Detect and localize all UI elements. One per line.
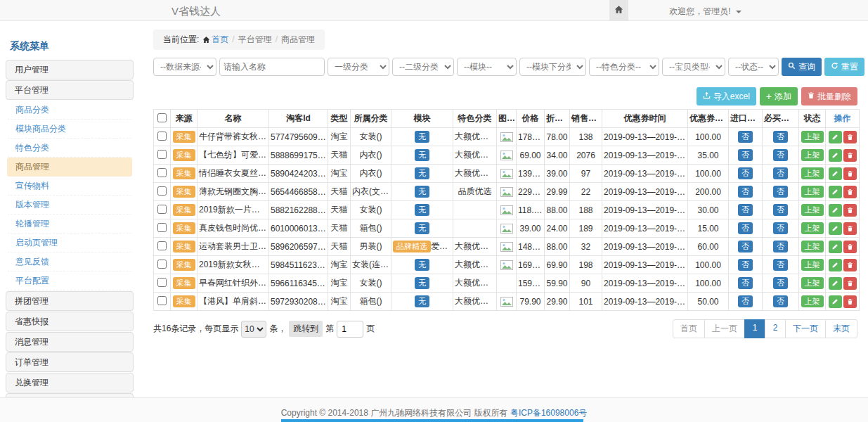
delete-button[interactable] bbox=[843, 241, 857, 253]
filter-select[interactable]: 一级分类 bbox=[328, 58, 389, 76]
sidebar-item[interactable]: 版本管理 bbox=[7, 196, 132, 215]
must-buy-badge[interactable]: 否 bbox=[773, 241, 788, 252]
filter-select[interactable]: --数据来源-- bbox=[153, 58, 216, 76]
status-badge[interactable]: 上架 bbox=[801, 186, 824, 198]
row-checkbox[interactable] bbox=[157, 205, 167, 214]
must-buy-badge[interactable]: 否 bbox=[773, 167, 788, 179]
pager-button[interactable]: 1 bbox=[744, 319, 765, 338]
add-button[interactable]: + 添加 bbox=[760, 87, 798, 106]
pager-button[interactable]: 上一页 bbox=[704, 319, 745, 338]
edit-button[interactable] bbox=[829, 259, 842, 271]
row-checkbox[interactable] bbox=[157, 186, 167, 196]
row-checkbox[interactable] bbox=[157, 260, 167, 269]
import-select-badge[interactable]: 否 bbox=[738, 167, 753, 179]
delete-button[interactable] bbox=[843, 259, 857, 271]
must-buy-badge[interactable]: 否 bbox=[773, 222, 788, 234]
delete-button[interactable] bbox=[843, 204, 857, 217]
edit-button[interactable] bbox=[829, 222, 842, 235]
status-badge[interactable]: 上架 bbox=[801, 241, 824, 252]
sidebar-item[interactable]: 启动页管理 bbox=[7, 234, 132, 252]
status-badge[interactable]: 上架 bbox=[801, 277, 824, 289]
must-buy-badge[interactable]: 否 bbox=[773, 295, 788, 307]
sidebar-group-header[interactable]: 用户管理 bbox=[6, 60, 134, 79]
import-select-badge[interactable]: 否 bbox=[738, 222, 753, 234]
import-select-badge[interactable]: 否 bbox=[738, 131, 753, 143]
row-checkbox[interactable] bbox=[157, 241, 167, 250]
delete-button[interactable] bbox=[843, 149, 857, 162]
home-button[interactable] bbox=[609, 0, 628, 21]
sidebar-item[interactable]: 商品分类 bbox=[7, 101, 132, 120]
status-badge[interactable]: 上架 bbox=[801, 167, 824, 179]
import-excel-button[interactable]: 导入excel bbox=[697, 87, 756, 106]
import-select-badge[interactable]: 否 bbox=[738, 277, 753, 289]
must-buy-badge[interactable]: 否 bbox=[773, 186, 788, 198]
status-badge[interactable]: 上架 bbox=[801, 149, 824, 161]
sidebar-item[interactable]: 意见反馈 bbox=[7, 252, 132, 271]
row-checkbox[interactable] bbox=[157, 168, 167, 177]
filter-select[interactable]: --状态-- bbox=[728, 58, 779, 76]
edit-button[interactable] bbox=[829, 241, 842, 253]
pager-button[interactable]: 末页 bbox=[825, 319, 857, 338]
row-checkbox[interactable] bbox=[157, 296, 167, 305]
status-badge[interactable]: 上架 bbox=[801, 259, 824, 271]
import-select-badge[interactable]: 否 bbox=[738, 241, 753, 252]
filter-select[interactable]: --宝贝类型-- bbox=[662, 58, 725, 76]
sidebar-group-header[interactable]: 拼团管理 bbox=[6, 291, 134, 311]
status-badge[interactable]: 上架 bbox=[801, 204, 824, 216]
sidebar-group-header[interactable]: 平台管理 bbox=[6, 80, 134, 100]
must-buy-badge[interactable]: 否 bbox=[773, 277, 788, 289]
edit-button[interactable] bbox=[829, 186, 842, 198]
reset-button[interactable]: 重置 bbox=[824, 58, 864, 76]
must-buy-badge[interactable]: 否 bbox=[773, 131, 788, 143]
status-badge[interactable]: 上架 bbox=[801, 222, 824, 234]
select-all-checkbox[interactable] bbox=[157, 113, 167, 122]
filter-select[interactable]: --二级分类-- bbox=[392, 58, 454, 76]
delete-button[interactable] bbox=[843, 277, 857, 290]
pager-button[interactable]: 2 bbox=[765, 319, 786, 338]
delete-button[interactable] bbox=[843, 222, 857, 235]
name-search-input[interactable] bbox=[219, 58, 325, 76]
edit-button[interactable] bbox=[829, 167, 842, 180]
status-badge[interactable]: 上架 bbox=[801, 131, 824, 143]
import-select-badge[interactable]: 否 bbox=[738, 204, 753, 216]
delete-button[interactable] bbox=[843, 186, 857, 198]
edit-button[interactable] bbox=[829, 295, 842, 308]
status-badge[interactable]: 上架 bbox=[801, 295, 824, 307]
breadcrumb-home-link[interactable]: 首页 bbox=[212, 34, 228, 44]
row-checkbox[interactable] bbox=[157, 278, 167, 287]
sidebar-item[interactable]: 宣传物料 bbox=[7, 177, 132, 196]
must-buy-badge[interactable]: 否 bbox=[773, 259, 788, 271]
sidebar-group-header[interactable]: 省惠快报 bbox=[6, 312, 134, 331]
filter-select[interactable]: --模块-- bbox=[457, 58, 517, 76]
delete-button[interactable] bbox=[843, 167, 857, 180]
pager-button[interactable]: 下一页 bbox=[785, 319, 826, 338]
import-select-badge[interactable]: 否 bbox=[738, 259, 753, 271]
sidebar-item[interactable]: 特色分类 bbox=[7, 139, 132, 158]
search-button[interactable]: 查询 bbox=[782, 58, 822, 76]
batch-delete-button[interactable]: 批量删除 bbox=[801, 87, 857, 106]
sidebar-group-header[interactable]: 兑换管理 bbox=[6, 373, 134, 392]
delete-button[interactable] bbox=[843, 295, 857, 308]
sidebar-item[interactable]: 平台配置 bbox=[7, 271, 132, 290]
filter-select[interactable]: --模块下分类-- bbox=[519, 58, 586, 76]
row-checkbox[interactable] bbox=[157, 223, 167, 232]
sidebar-group-header[interactable]: 消息管理 bbox=[6, 332, 134, 352]
icp-link[interactable]: 粤ICP备16098006号 bbox=[510, 408, 587, 418]
edit-button[interactable] bbox=[829, 204, 842, 217]
page-number-input[interactable] bbox=[337, 321, 363, 338]
page-size-select[interactable]: 10 bbox=[241, 321, 266, 338]
sidebar-group-header[interactable]: 订单管理 bbox=[6, 352, 134, 372]
jump-button[interactable]: 跳转到 bbox=[289, 321, 323, 337]
edit-button[interactable] bbox=[829, 277, 842, 290]
user-menu[interactable]: 欢迎您，管理员! bbox=[669, 6, 741, 18]
sidebar-item[interactable]: 商品管理 bbox=[7, 158, 132, 177]
row-checkbox[interactable] bbox=[157, 150, 167, 159]
edit-button[interactable] bbox=[829, 131, 842, 143]
sidebar-item[interactable]: 轮播管理 bbox=[7, 215, 132, 234]
row-checkbox[interactable] bbox=[157, 132, 167, 141]
import-select-badge[interactable]: 否 bbox=[738, 295, 753, 307]
sidebar-item[interactable]: 模块商品分类 bbox=[7, 120, 132, 139]
must-buy-badge[interactable]: 否 bbox=[773, 149, 788, 161]
edit-button[interactable] bbox=[829, 149, 842, 162]
delete-button[interactable] bbox=[843, 131, 857, 143]
